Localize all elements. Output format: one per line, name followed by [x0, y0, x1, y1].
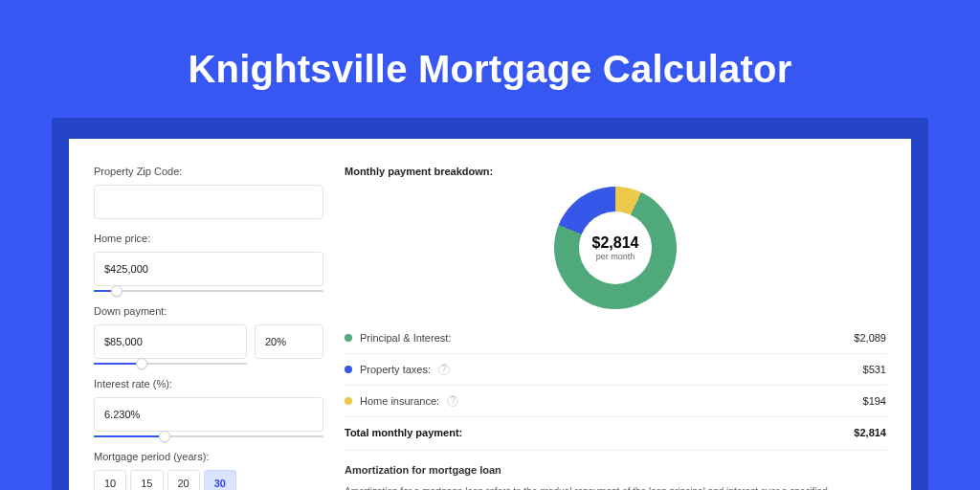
total-value: $2,814 [854, 427, 886, 438]
interest-input[interactable] [94, 397, 323, 432]
legend-value: $531 [863, 364, 886, 375]
down-payment-label: Down payment: [94, 305, 323, 317]
legend-row-total: Total monthly payment: $2,814 [345, 417, 886, 444]
info-icon[interactable]: ? [438, 364, 450, 375]
period-30-button[interactable]: 30 [204, 470, 236, 490]
slider-thumb[interactable] [136, 358, 147, 369]
breakdown-panel: Monthly payment breakdown: $2,814 per mo… [345, 166, 886, 490]
total-label: Total monthly payment: [345, 427, 462, 438]
period-options: 10 15 20 30 [94, 470, 323, 490]
donut-total: $2,814 [592, 234, 639, 252]
slider-thumb[interactable] [159, 431, 170, 442]
amort-title: Amortization for mortgage loan [345, 464, 886, 476]
page-title: Knightsville Mortgage Calculator [52, 48, 928, 91]
period-10-button[interactable]: 10 [94, 470, 126, 490]
field-zip: Property Zip Code: [94, 166, 323, 219]
period-20-button[interactable]: 20 [167, 470, 200, 490]
dot-icon [345, 366, 352, 373]
zip-input[interactable] [94, 185, 323, 219]
down-payment-input[interactable] [94, 324, 247, 359]
legend-name: Principal & Interest: [360, 332, 451, 344]
calculator-banner: Property Zip Code: Home price: Down paym… [52, 118, 928, 490]
legend-row-insurance: Home insurance: ? $194 [345, 386, 886, 417]
donut-chart: $2,814 per month [345, 187, 886, 309]
slider-thumb[interactable] [111, 285, 122, 297]
dot-icon [345, 334, 352, 342]
legend-row-principal: Principal & Interest: $2,089 [345, 323, 886, 354]
legend-name: Property taxes: [360, 364, 431, 375]
interest-slider[interactable] [94, 435, 323, 437]
zip-label: Property Zip Code: [94, 166, 323, 177]
home-price-input[interactable] [94, 252, 323, 286]
dot-icon [345, 397, 352, 405]
field-interest: Interest rate (%): [94, 378, 323, 437]
breakdown-title: Monthly payment breakdown: [345, 166, 886, 177]
interest-label: Interest rate (%): [94, 378, 323, 390]
down-payment-slider[interactable] [94, 363, 247, 365]
form-panel: Property Zip Code: Home price: Down paym… [94, 166, 323, 490]
donut-ring: $2,814 per month [554, 187, 677, 309]
legend-value: $194 [863, 395, 886, 407]
amort-text: Amortization for a mortgage loan refers … [345, 485, 886, 490]
divider [345, 450, 886, 451]
calculator-card: Property Zip Code: Home price: Down paym… [69, 139, 911, 490]
period-15-button[interactable]: 15 [130, 470, 163, 490]
legend-value: $2,089 [854, 332, 886, 344]
home-price-slider[interactable] [94, 290, 323, 292]
field-down-payment: Down payment: [94, 305, 323, 365]
home-price-label: Home price: [94, 233, 323, 244]
down-payment-pct-input[interactable] [255, 324, 323, 359]
field-period: Mortgage period (years): 10 15 20 30 [94, 451, 323, 490]
legend-name: Home insurance: [360, 395, 439, 407]
legend-row-taxes: Property taxes: ? $531 [345, 354, 886, 386]
period-label: Mortgage period (years): [94, 451, 323, 462]
info-icon[interactable]: ? [447, 395, 458, 407]
field-home-price: Home price: [94, 233, 323, 292]
donut-sub: per month [592, 252, 639, 261]
legend: Principal & Interest: $2,089 Property ta… [345, 323, 886, 444]
